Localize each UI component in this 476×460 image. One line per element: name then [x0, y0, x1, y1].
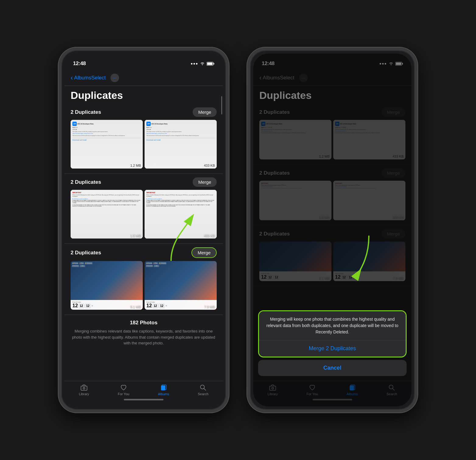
nav-right-left: Select ··· [91, 74, 119, 82]
wifi-icon [200, 62, 205, 65]
back-button-left[interactable]: ‹ Albums [71, 75, 91, 81]
dup-image-2a[interactable]: IMPORTANT Please read the following term… [71, 190, 143, 239]
more-button-left[interactable]: ··· [110, 74, 119, 82]
merge-duplicates-button[interactable]: Merge 2 Duplicates [259, 340, 406, 357]
dup-image-2b[interactable]: IMPORTANT Please read the following term… [145, 190, 217, 239]
img-size-2a: 1.5 MB [130, 234, 141, 237]
dup-images-2: IMPORTANT Please read the following term… [71, 190, 217, 239]
page-title-left: Duplicates [65, 86, 223, 104]
dup-image-1a[interactable]: 16 iOS 16 Developer Beta Apple Inc. 1.96… [71, 120, 143, 169]
time-left: 12:48 [73, 61, 86, 67]
scroll-indicator-left [221, 96, 222, 114]
signal-icon: ●●● [191, 61, 198, 66]
dup-count-2: 2 Duplicates [71, 179, 101, 185]
dup-images-3: 🔒 Security 🚪 Door 🔓 1Unlocked ⬇ Download… [71, 261, 217, 310]
dup-image-3a[interactable]: 🔒 Security 🚪 Door 🔓 1Unlocked ⬇ Download… [71, 261, 143, 310]
status-bar-left: 12:48 ●●● [65, 54, 223, 70]
dup-image-1b[interactable]: 16 iOS 16 Developer Beta Apple Inc. 1.96… [145, 120, 217, 169]
battery-icon [207, 62, 214, 66]
action-sheet-message: Merging will keep one photo that combine… [259, 311, 406, 340]
summary-text-left: Merging combines relevant data like capt… [71, 328, 217, 346]
status-icons-left: ●●● [191, 61, 214, 66]
albums-icon [160, 384, 167, 391]
merge-button-1[interactable]: Merge [193, 107, 217, 117]
merge-button-2[interactable]: Merge [193, 177, 217, 187]
scroll-content-left[interactable]: 2 Duplicates Merge 16 iOS 16 Developer B… [65, 104, 223, 384]
search-icon-tab-left [200, 384, 206, 391]
svg-rect-1 [214, 63, 215, 64]
library-icon [80, 384, 88, 391]
foryou-icon [120, 384, 127, 391]
dup-group-2: 2 Duplicates Merge IMPORTANT Please read… [65, 174, 223, 244]
dup-header-3: 2 Duplicates Merge [71, 247, 217, 258]
dup-group-3: 2 Duplicates Merge 🔒 Security 🚪 Doo [65, 244, 223, 315]
summary-count-left: 182 Photos [71, 320, 217, 326]
svg-point-4 [83, 387, 85, 389]
phone-left: 12:48 ●●● [58, 47, 229, 413]
img-size-1a: 1.2 MB [130, 164, 141, 167]
chevron-left-icon: ‹ [71, 75, 73, 81]
home-indicator-left [65, 394, 223, 405]
back-label-left[interactable]: Albums [74, 75, 91, 81]
dup-header-2: 2 Duplicates Merge [71, 177, 217, 187]
img-size-3b: 7.9 MB [204, 305, 215, 308]
phone-screen-left: 12:48 ●●● [65, 54, 223, 406]
svg-rect-3 [81, 386, 87, 390]
dup-images-1: 16 iOS 16 Developer Beta Apple Inc. 1.96… [71, 120, 217, 169]
phone-screen-right: 12:48 ●●● [253, 54, 411, 406]
phone-right: 12:48 ●●● [247, 47, 418, 413]
dup-count-3: 2 Duplicates [71, 250, 101, 256]
img-size-1b: 433 KB [204, 164, 215, 167]
img-size-3a: 9.1 MB [130, 305, 141, 308]
dup-image-3b[interactable]: 🔒 Security 🚪 Door 🔓 1Unlocked ⬇ Download… [145, 261, 217, 310]
dup-header-1: 2 Duplicates Merge [71, 107, 217, 117]
cancel-button-right[interactable]: Cancel [258, 360, 407, 376]
nav-bar-left: ‹ Albums Select ··· [65, 70, 223, 86]
summary-section-left: 182 Photos Merging combines relevant dat… [65, 315, 223, 351]
phone-frame-right: 12:48 ●●● [247, 47, 418, 413]
svg-rect-2 [207, 62, 213, 65]
action-sheet-main: Merging will keep one photo that combine… [259, 311, 406, 357]
select-button-left[interactable]: Select [91, 75, 106, 81]
img-size-2b: 469 KB [204, 234, 215, 237]
dup-group-1: 2 Duplicates Merge 16 iOS 16 Developer B… [65, 104, 223, 174]
dup-count-1: 2 Duplicates [71, 109, 101, 115]
merge-button-3[interactable]: Merge [191, 247, 217, 258]
action-sheet: Merging will keep one photo that combine… [253, 310, 411, 381]
phone-frame-left: 12:48 ●●● [58, 47, 229, 413]
